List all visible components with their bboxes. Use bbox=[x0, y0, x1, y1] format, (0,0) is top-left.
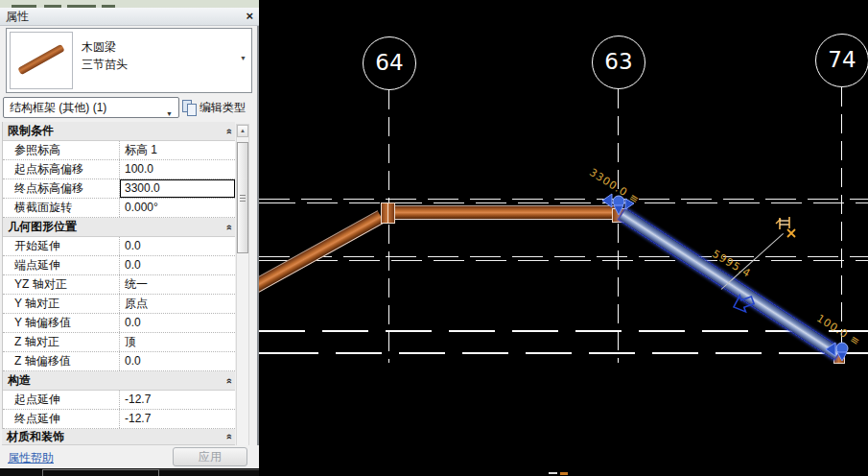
level-line-middle-a[interactable] bbox=[259, 256, 868, 257]
properties-help-link[interactable]: 属性帮助 bbox=[8, 450, 54, 466]
property-row-start-level-offset: 起点标高偏移 100.0 bbox=[3, 160, 235, 179]
level-line-upper-b[interactable] bbox=[259, 202, 868, 203]
dropdown-arrow-icon: ▼ bbox=[166, 105, 173, 124]
section-header-constraints[interactable]: 限制条件 » bbox=[3, 122, 235, 141]
beam-diagonal-left[interactable] bbox=[259, 210, 385, 293]
beam-thumbnail bbox=[17, 44, 64, 75]
value-start-join-cutback[interactable]: -12.7 bbox=[120, 391, 235, 409]
grid-bubble-74[interactable]: 74 bbox=[815, 34, 868, 87]
instance-filter-value: 结构框架 (其他) (1) bbox=[10, 101, 106, 114]
collapse-chevron-icon[interactable]: » bbox=[223, 434, 234, 440]
properties-grid: 限制条件 » 参照标高 标高 1 起点标高偏移 100.0 终点标高偏移 330… bbox=[2, 122, 235, 429]
property-row-reference-level: 参照标高 标高 1 bbox=[3, 141, 235, 160]
clipped-fragment bbox=[549, 472, 557, 474]
bottom-tabs-strip bbox=[0, 468, 259, 476]
level-line-lower-a[interactable] bbox=[259, 330, 868, 332]
grid-line-64[interactable] bbox=[388, 90, 389, 363]
value-y-offset[interactable]: 0.0 bbox=[120, 314, 235, 332]
value-z-justification[interactable]: 顶 bbox=[120, 333, 235, 351]
collapse-chevron-icon[interactable]: » bbox=[223, 377, 234, 383]
panel-titlebar[interactable]: 属性 × bbox=[0, 8, 259, 26]
section-header-construction[interactable]: 构造 » bbox=[3, 371, 235, 391]
instance-filter-combo[interactable]: 结构框架 (其他) (1) ▼ bbox=[3, 97, 179, 118]
scroll-up-icon[interactable]: ▲ bbox=[237, 125, 248, 137]
dropdown-arrow-icon[interactable]: ▼ bbox=[240, 55, 246, 61]
value-reference-level[interactable]: 标高 1 bbox=[120, 141, 235, 159]
type-selector[interactable]: 木圆梁 三节苗头 ▼ bbox=[6, 28, 252, 93]
grid-line-74[interactable] bbox=[841, 87, 842, 357]
clipped-fragment bbox=[560, 472, 568, 475]
ribbon-strip bbox=[0, 0, 259, 8]
grid-bubble-label: 63 bbox=[604, 49, 632, 74]
section-header-materials[interactable]: 材质和装饰 » bbox=[2, 429, 235, 445]
grid-line-63[interactable] bbox=[618, 89, 619, 363]
drawing-canvas[interactable]: 64 63 74 bbox=[259, 0, 868, 476]
property-row-z-offset: Z 轴偏移值 0.0 bbox=[3, 352, 235, 371]
grid-bubble-63[interactable]: 63 bbox=[592, 36, 645, 89]
panel-title: 属性 bbox=[6, 9, 246, 25]
post-grid-64[interactable] bbox=[381, 202, 395, 224]
value-y-justification[interactable]: 原点 bbox=[120, 295, 235, 313]
level-line-lower-b[interactable] bbox=[259, 352, 868, 354]
property-row-y-offset: Y 轴偏移值 0.0 bbox=[3, 314, 235, 333]
edit-type-button[interactable]: 编辑类型 bbox=[182, 98, 257, 117]
value-start-level-offset[interactable]: 100.0 bbox=[120, 160, 235, 178]
property-row-y-justification: Y 轴对正 原点 bbox=[3, 295, 235, 314]
beam-horizontal[interactable] bbox=[394, 205, 622, 220]
grid-bubble-label: 64 bbox=[375, 50, 403, 75]
grid-bubble-label: 74 bbox=[828, 47, 856, 72]
apply-button[interactable]: 应用 bbox=[173, 447, 247, 466]
value-end-join-cutback[interactable]: -12.7 bbox=[120, 410, 235, 428]
collapse-chevron-icon[interactable]: » bbox=[223, 224, 234, 229]
collapse-chevron-icon[interactable]: » bbox=[223, 128, 234, 133]
property-row-cross-section-rotation: 横截面旋转 0.000° bbox=[3, 199, 235, 218]
property-row-z-justification: Z 轴对正 顶 bbox=[3, 333, 235, 352]
level-line-middle-b[interactable] bbox=[259, 260, 868, 261]
property-row-end-join-cutback: 终点延伸 -12.7 bbox=[3, 410, 235, 429]
edit-type-icon bbox=[182, 100, 197, 115]
property-row-end-level-offset: 终点标高偏移 3300.0 bbox=[3, 179, 235, 199]
value-end-level-offset-input[interactable]: 3300.0 bbox=[120, 179, 235, 198]
section-header-geometry-position[interactable]: 几何图形位置 » bbox=[3, 218, 235, 237]
property-row-yz-justification: YZ 轴对正 统一 bbox=[3, 275, 235, 295]
property-row-start-join-cutback: 起点延伸 -12.7 bbox=[3, 391, 235, 410]
value-z-offset[interactable]: 0.0 bbox=[120, 352, 235, 370]
edit-type-label: 编辑类型 bbox=[199, 100, 246, 116]
close-icon[interactable]: × bbox=[246, 11, 253, 22]
type-name: 三节苗头 bbox=[82, 56, 128, 73]
property-row-end-extension: 端点延伸 0.0 bbox=[3, 256, 235, 275]
value-yz-justification[interactable]: 统一 bbox=[120, 275, 235, 294]
level-line-upper-a[interactable] bbox=[259, 199, 868, 200]
dimension-pin-icon[interactable] bbox=[775, 215, 800, 240]
value-cross-section-rotation[interactable]: 0.000° bbox=[120, 199, 235, 217]
property-row-start-extension: 开始延伸 0.0 bbox=[3, 237, 235, 256]
properties-panel: 属性 × 木圆梁 三节苗头 ▼ 结构框架 (其他) (1) ▼ 编辑类型 bbox=[0, 0, 259, 476]
family-name: 木圆梁 bbox=[82, 38, 128, 56]
scrollbar-thumb[interactable] bbox=[237, 142, 248, 253]
app-window: 属性 × 木圆梁 三节苗头 ▼ 结构框架 (其他) (1) ▼ 编辑类型 bbox=[0, 0, 868, 476]
value-end-extension[interactable]: 0.0 bbox=[120, 256, 235, 274]
beam-selected[interactable] bbox=[618, 207, 843, 361]
grid-bubble-64[interactable]: 64 bbox=[363, 36, 416, 90]
type-preview-image bbox=[10, 32, 73, 89]
value-start-extension[interactable]: 0.0 bbox=[120, 237, 235, 255]
properties-scrollbar[interactable]: ▲ ▼ bbox=[236, 124, 249, 461]
